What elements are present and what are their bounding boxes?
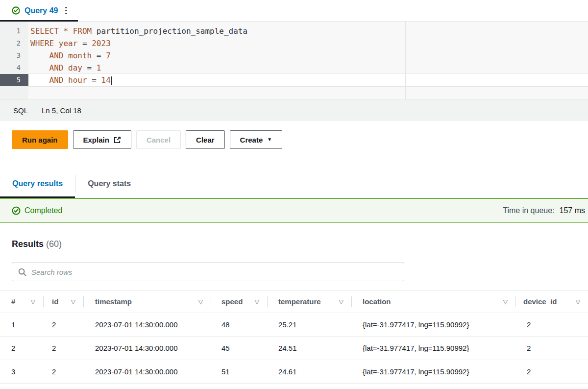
tab-query-stats[interactable]: Query stats	[75, 169, 143, 198]
table-cell: 3	[0, 367, 43, 376]
line-number: 4	[0, 62, 28, 74]
query-tab-bar: Query 49	[0, 0, 588, 22]
external-link-icon	[114, 136, 121, 144]
column-header-label: timestamp	[95, 297, 132, 306]
editor-language-label: SQL	[13, 106, 28, 115]
table-row: 322023-07-01 14:30:00.0005124.61{lat=-31…	[0, 360, 588, 384]
column-header-id: id▽	[43, 291, 83, 313]
line-number: 2	[0, 37, 28, 49]
table-row: 222023-07-01 14:30:00.0004524.51{lat=-31…	[0, 337, 588, 360]
editor-line: 2WHERE year = 2023	[0, 37, 588, 49]
table-cell: 24.51	[267, 344, 351, 352]
results-table-header: #▽id▽timestamp▽speed▽temperature▽locatio…	[0, 291, 588, 313]
result-tabs: Query results Query stats	[0, 169, 588, 198]
table-cell: 2	[515, 367, 588, 376]
column-header-location: location▽	[351, 291, 515, 313]
search-input[interactable]	[31, 268, 398, 276]
column-header-speed: speed▽	[211, 291, 267, 313]
column-header-label: speed	[221, 297, 243, 306]
search-icon	[18, 268, 26, 276]
table-cell: 25.21	[267, 320, 351, 329]
text-cursor	[111, 76, 112, 85]
code-lines: 1SELECT * FROM partition_projection_samp…	[0, 25, 588, 86]
column-header-label: device_id	[523, 297, 557, 306]
table-cell: 2	[0, 344, 43, 352]
explain-button[interactable]: Explain	[73, 130, 131, 149]
time-in-queue-value: 157 ms	[560, 206, 585, 215]
editor-print-margin	[405, 22, 406, 99]
results-heading: Results (60)	[12, 239, 588, 250]
results-table: #▽id▽timestamp▽speed▽temperature▽locatio…	[0, 290, 588, 384]
results-title: Results	[12, 239, 44, 249]
column-filter-icon[interactable]: ▽	[31, 299, 35, 305]
editor-line: 1SELECT * FROM partition_projection_samp…	[0, 25, 588, 37]
column-header-label: id	[52, 297, 58, 306]
column-filter-icon[interactable]: ▽	[255, 299, 259, 305]
column-filter-icon[interactable]: ▽	[339, 299, 343, 305]
create-button[interactable]: Create ▼	[230, 130, 283, 149]
table-cell: 2	[43, 367, 83, 376]
column-header-label: temperature	[278, 297, 321, 306]
column-filter-icon[interactable]: ▽	[71, 299, 75, 305]
status-badge: Completed	[24, 206, 62, 215]
table-cell: 2	[43, 320, 83, 329]
code-line-text: WHERE year = 2023	[28, 37, 588, 49]
table-cell: {lat=-31.977417, lng=115.90992}	[351, 367, 515, 376]
line-number: 5	[0, 74, 28, 86]
column-header-label: #	[11, 297, 15, 306]
run-again-button[interactable]: Run again	[12, 130, 68, 149]
code-line-text: AND day = 1	[28, 62, 588, 74]
table-cell: 24.61	[267, 367, 351, 376]
table-cell: {lat=-31.977417, lng=115.90992}	[351, 320, 515, 329]
query-action-buttons: Run again Explain Cancel Clear Create ▼	[0, 121, 588, 149]
search-box	[12, 263, 404, 281]
column-header-timestamp: timestamp▽	[83, 291, 211, 313]
code-line-text: AND hour = 14	[28, 74, 588, 86]
query-status-banner: Completed Time in queue: 157 ms	[0, 198, 588, 223]
table-cell: 2023-07-01 14:30:00.000	[83, 344, 211, 352]
table-cell: 45	[211, 344, 267, 352]
table-cell: 2023-07-01 14:30:00.000	[83, 320, 211, 329]
tab-query-results[interactable]: Query results	[0, 169, 75, 198]
editor-cursor-position: Ln 5, Col 18	[42, 106, 81, 115]
athena-query-editor-page: Query 49 1SELECT * FROM partition_projec…	[0, 0, 588, 389]
query-tab[interactable]: Query 49	[0, 0, 78, 21]
column-header-label: location	[363, 297, 391, 306]
column-filter-icon[interactable]: ▽	[503, 299, 508, 305]
code-line-text: AND month = 7	[28, 49, 588, 62]
table-cell: 2	[515, 320, 588, 329]
editor-status-bar: SQL Ln 5, Col 18	[0, 99, 588, 121]
table-row: 122023-07-01 14:30:00.0004825.21{lat=-31…	[0, 313, 588, 337]
completed-check-icon	[12, 206, 21, 215]
column-header-row-number: #▽	[0, 291, 43, 313]
time-in-queue-label: Time in queue:	[503, 206, 554, 215]
table-cell: 1	[0, 320, 43, 329]
line-number: 1	[0, 25, 28, 37]
chevron-down-icon: ▼	[267, 137, 272, 142]
clear-button[interactable]: Clear	[186, 130, 225, 149]
query-tab-menu-icon[interactable]	[62, 5, 70, 17]
table-cell: 48	[211, 320, 267, 329]
line-number: 3	[0, 49, 28, 62]
results-count: (60)	[46, 239, 62, 249]
table-cell: {lat=-31.977417, lng=115.90992}	[351, 344, 515, 352]
code-line-text: SELECT * FROM partition_projection_sampl…	[28, 25, 588, 37]
table-cell: 2023-07-01 14:30:00.000	[83, 367, 211, 376]
results-table-body: 122023-07-01 14:30:00.0004825.21{lat=-31…	[0, 313, 588, 384]
sql-code-editor[interactable]: 1SELECT * FROM partition_projection_samp…	[0, 22, 588, 99]
column-filter-icon[interactable]: ▽	[576, 299, 580, 305]
query-success-check-icon	[12, 6, 20, 15]
editor-line: 4 AND day = 1	[0, 62, 588, 74]
editor-line: 5 AND hour = 14	[0, 74, 588, 86]
table-cell: 51	[211, 367, 267, 376]
table-cell: 2	[43, 344, 83, 352]
editor-line: 3 AND month = 7	[0, 49, 588, 62]
column-header-temperature: temperature▽	[267, 291, 351, 313]
column-filter-icon[interactable]: ▽	[198, 299, 203, 305]
query-tab-title: Query 49	[24, 6, 58, 15]
table-cell: 2	[515, 344, 588, 352]
column-header-device_id: device_id▽	[515, 291, 588, 313]
cancel-button[interactable]: Cancel	[136, 130, 181, 149]
